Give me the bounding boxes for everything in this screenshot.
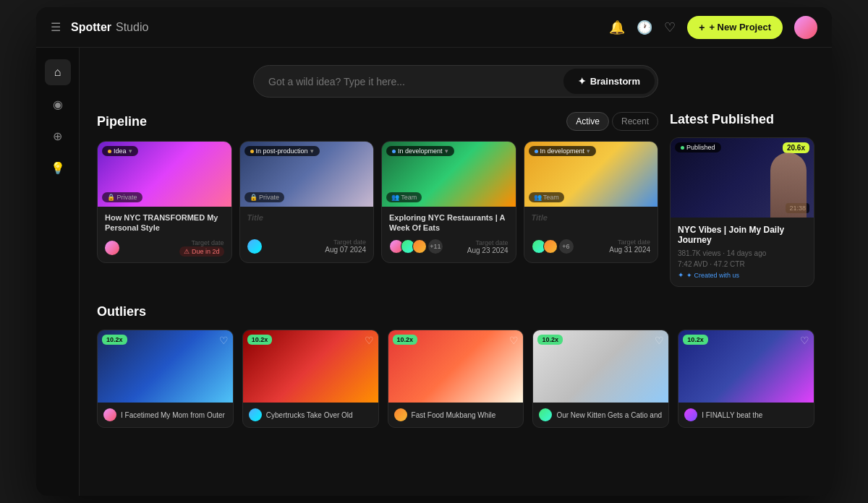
due-badge: ⚠ Due in 2d — [179, 246, 224, 257]
created-with-cta[interactable]: ✦ ✦ Created with us — [678, 271, 807, 279]
status-badge: In post-production ▾ — [244, 146, 320, 156]
card-body: Title +6 Target date Aug — [524, 207, 658, 259]
camera-icon: ◉ — [53, 98, 63, 111]
outlier-thumbnail: 10.2x ♡ — [678, 330, 814, 403]
multiplier-badge: 10.2x — [102, 335, 127, 345]
app-name-suffix: Studio — [116, 21, 148, 34]
app-logo: Spotter Studio — [71, 21, 609, 34]
history-icon[interactable]: 🕐 — [637, 20, 652, 35]
pipeline-card[interactable]: In development ▾ 👥 Team Exploring NYC Re… — [381, 141, 516, 263]
card-avatar — [247, 239, 262, 254]
card-body: How NYC TRANSFORMED My Personal Style Ta… — [98, 207, 231, 262]
user-avatar[interactable] — [794, 16, 817, 39]
published-title: NYC Vibes | Join My Daily Journey — [678, 225, 807, 245]
pipeline-card[interactable]: In post-production ▾ 🔒 Private Title — [239, 141, 375, 263]
notifications-icon[interactable]: 🔔 — [609, 20, 625, 35]
outlier-body: I Facetimed My Mom from Outer — [98, 403, 233, 427]
outlier-avatar — [684, 408, 697, 421]
lightbulb-icon: 💡 — [51, 161, 65, 175]
favorite-icon[interactable]: ♡ — [509, 335, 519, 346]
target-date: Target date Aug 23 2024 — [467, 239, 509, 254]
outlier-avatar — [249, 408, 262, 421]
favorite-icon[interactable]: ♡ — [800, 335, 809, 346]
outliers-section: Outliers 10.2x ♡ I Facetimed My Mom from… — [97, 304, 814, 428]
pipeline-header: Pipeline Active Recent — [97, 112, 658, 131]
search-bar: ✦ Brainstorm — [253, 65, 658, 98]
pipeline-card[interactable]: In development ▾ 👥 Team Title — [524, 141, 659, 263]
favorites-icon[interactable]: ♡ — [664, 20, 676, 35]
card-footer: +11 Target date Aug 23 2024 — [389, 239, 509, 254]
sidebar-item-camera[interactable]: ◉ — [45, 91, 71, 117]
badge-dot — [681, 146, 684, 150]
avatar — [543, 239, 558, 254]
outlier-avatar — [539, 408, 552, 421]
outlier-title: I Facetimed My Mom from Outer — [121, 410, 225, 420]
latest-published-title: Latest Published — [670, 112, 814, 127]
sidebar-item-explore[interactable]: ⊕ — [45, 123, 71, 149]
outlier-card[interactable]: 10.2x ♡ Fast Food Mukbang While — [388, 330, 524, 428]
card-title: Title — [247, 212, 367, 233]
published-card[interactable]: Published 20.6x 21:38 NYC Vibes | Join M… — [670, 137, 814, 287]
brainstorm-button[interactable]: ✦ Brainstorm — [563, 69, 655, 94]
filter-recent-pill[interactable]: Recent — [612, 112, 658, 131]
outlier-thumbnail: 10.2x ♡ — [388, 330, 524, 403]
card-title: How NYC TRANSFORMED My Personal Style — [105, 212, 224, 233]
multiplier-badge: 10.2x — [393, 335, 418, 345]
pipeline-section: Pipeline Active Recent Idea — [97, 112, 658, 287]
outlier-avatar — [103, 408, 116, 421]
multiplier-badge: 10.2x — [537, 335, 563, 345]
privacy-badge: 🔒 Private — [102, 192, 142, 202]
pipeline-card[interactable]: Idea ▾ 🔒 Private How NYC TRANSFORMED My … — [97, 141, 232, 263]
card-footer: +6 Target date Aug 31 2024 — [532, 238, 651, 254]
target-date: Target date Aug 07 2024 — [325, 238, 366, 254]
favorite-icon[interactable]: ♡ — [365, 335, 374, 346]
sidebar-item-ideas[interactable]: 💡 — [45, 155, 71, 181]
outlier-title: Our New Kitten Gets a Catio and — [556, 410, 662, 420]
target-date: Target date ⚠ Due in 2d — [179, 239, 224, 257]
topbar-actions: 🔔 🕐 ♡ + + New Project — [609, 16, 817, 39]
search-section: ✦ Brainstorm — [97, 48, 814, 112]
outlier-avatar — [394, 408, 407, 421]
multiplier-badge: 20.6x — [783, 142, 809, 153]
sidebar: ⌂ ◉ ⊕ 💡 — [36, 48, 80, 496]
outlier-card[interactable]: 10.2x ♡ I FINALLY beat the — [678, 330, 814, 428]
card-avatar — [105, 241, 119, 255]
outlier-thumbnail: 10.2x ♡ — [243, 330, 378, 403]
outlier-title: Cybertrucks Take Over Old — [266, 410, 353, 420]
team-badge: 👥 Team — [529, 192, 564, 202]
sidebar-item-home[interactable]: ⌂ — [45, 59, 71, 85]
card-footer: Target date Aug 07 2024 — [247, 238, 367, 254]
favorite-icon[interactable]: ♡ — [219, 335, 229, 346]
avatar-count: +6 — [559, 239, 574, 254]
home-icon: ⌂ — [54, 66, 61, 79]
main-content: ✦ Brainstorm Pipeline Active Recent — [80, 48, 832, 496]
outlier-thumbnail: 10.2x ♡ — [533, 330, 668, 403]
outliers-cards: 10.2x ♡ I Facetimed My Mom from Outer 10… — [97, 330, 814, 428]
app-name: Spotter — [71, 21, 111, 34]
outlier-card[interactable]: 10.2x ♡ Our New Kitten Gets a Catio and — [532, 330, 669, 428]
card-body: Exploring NYC Restaurants | A Week Of Ea… — [382, 207, 516, 260]
outlier-body: Fast Food Mukbang While — [388, 403, 524, 427]
new-project-plus-icon: + — [699, 22, 705, 33]
new-project-button[interactable]: + + New Project — [687, 16, 783, 39]
privacy-badge: 🔒 Private — [244, 192, 285, 202]
favorite-icon[interactable]: ♡ — [655, 335, 664, 346]
search-input[interactable] — [254, 67, 561, 96]
avatar-group: +11 — [389, 239, 443, 254]
outlier-body: Cybertrucks Take Over Old — [243, 403, 378, 427]
outlier-card[interactable]: 10.2x ♡ I Facetimed My Mom from Outer — [97, 330, 234, 428]
badge-dot — [535, 150, 538, 153]
filter-active-pill[interactable]: Active — [566, 112, 609, 131]
pipeline-filters: Active Recent — [566, 112, 658, 131]
target-date: Target date Aug 31 2024 — [609, 238, 650, 254]
outlier-body: I FINALLY beat the — [678, 403, 814, 427]
outlier-card[interactable]: 10.2x ♡ Cybertrucks Take Over Old — [242, 330, 379, 428]
cta-star-icon: ✦ — [678, 271, 684, 279]
search-icon: ⊕ — [53, 129, 62, 143]
published-badge: Published — [675, 142, 721, 152]
published-thumbnail: Published 20.6x 21:38 — [671, 138, 814, 218]
avatar — [412, 239, 427, 254]
published-stats: 381.7K views · 14 days ago — [678, 249, 807, 257]
hamburger-menu[interactable]: ☰ — [51, 20, 61, 34]
team-badge: 👥 Team — [386, 192, 422, 202]
